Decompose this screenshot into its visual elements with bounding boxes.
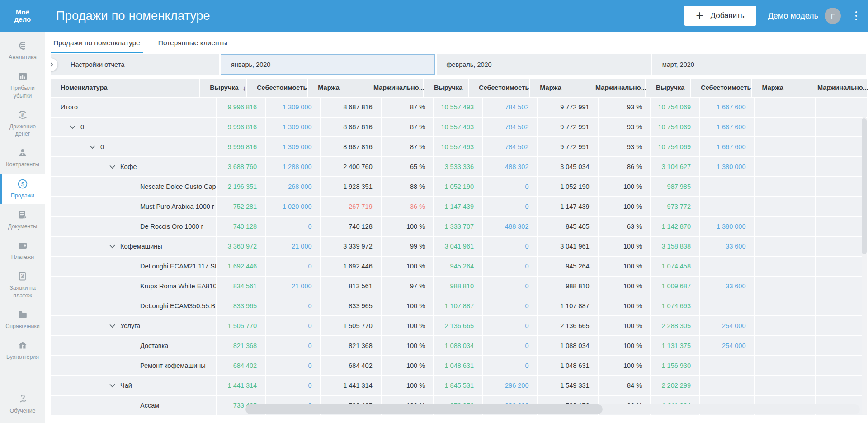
revenue-cell: 1 156 930 [651,356,700,375]
revenue-cell: 973 772 [651,197,700,216]
sidebar-item-label: Бухгалтерия [6,353,39,361]
table-row[interactable]: Кофе3 688 7601 288 0002 400 76065 %3 533… [51,157,868,176]
margin-cell [755,157,815,176]
chevron-down-icon[interactable] [109,324,115,328]
report-settings-row: Настройки отчетаянварь, 2020февраль, 202… [51,54,868,75]
margin-pct-cell [816,98,868,117]
chevron-down-icon[interactable] [70,125,75,129]
chevron-down-icon[interactable] [109,244,115,249]
margin-cell [755,177,815,196]
documents-icon [17,209,28,220]
column-header-cost-march-2020[interactable]: Себестоимость [691,79,752,97]
month-header-february-2020[interactable]: февраль, 2020 [437,54,651,75]
table-row[interactable]: Nescafe Dolce Gusto Cappuccino 8 по...2 … [51,177,868,196]
margin-cell: 821 368 [321,336,382,355]
column-header-margin-february-2020[interactable]: Маржа [530,79,585,97]
month-header-march-2020[interactable]: март, 2020 [652,54,866,75]
nomenclature-label: Must Puro Arabica 1000 г [140,203,214,210]
margin-cell: 1 928 351 [321,177,382,196]
column-header-margin-march-2020[interactable]: Маржа [752,79,807,97]
logo-line-1: Моё [0,9,45,16]
margin-pct-cell [816,316,868,335]
sidebar-item-accounting[interactable]: Бухгалтерия [0,335,45,366]
topbar-actions: + Добавить Демо модель Г [684,6,868,26]
sidebar-item-documents[interactable]: Документы [0,204,45,235]
column-header-margin-january-2020[interactable]: Маржа [308,79,363,97]
margin-cell [755,197,815,216]
revenue-cell: 752 281 [217,197,266,216]
sidebar-item-payments[interactable]: Платежи [0,235,45,266]
table-row[interactable]: Кофемашины3 360 97221 0003 339 97299 %3 … [51,237,868,256]
cost-cell: 784 502 [483,137,538,156]
month-header-january-2020[interactable]: январь, 2020 [221,54,435,75]
table-row[interactable]: Услуга1 505 77001 505 770100 %2 136 6650… [51,316,868,335]
revenue-cell: 3 360 972 [217,237,266,256]
margin-pct-cell: 100 % [382,356,434,375]
revenue-cell: 3 533 336 [434,157,483,176]
column-header-revenue-february-2020[interactable]: Выручка [424,79,469,97]
tab-lost-clients[interactable]: Потерянные клиенты [156,32,230,54]
table-row[interactable]: DeLonghi ECAM21.117.SB1 692 44601 692 44… [51,257,868,276]
column-header-cost-february-2020[interactable]: Себестоимость [469,79,530,97]
horizontal-scrollbar-thumb[interactable] [245,404,603,414]
column-header-revenue-january-2020[interactable]: Выручка↓ [200,79,247,97]
account-menu[interactable]: Демо модель Г [768,8,841,24]
chevron-down-icon[interactable] [109,165,115,169]
column-header-margin-pct-march-2020[interactable]: Маржинально... [807,79,868,97]
page-title: Продажи по номенклатуре [56,9,210,23]
table-row[interactable]: Доставка821 3680821 368100 %1 088 03401 … [51,336,868,355]
table-row[interactable]: Итого9 996 8161 309 0008 687 81687 %10 5… [51,98,868,117]
sidebar-item-analytics[interactable]: Аналитика [0,35,45,66]
margin-pct-cell: 100 % [599,336,651,355]
revenue-cell: 1 009 687 [651,277,700,296]
sidebar-item-sales[interactable]: $Продажи [0,174,45,204]
cost-cell [700,296,755,315]
moedelo-logo[interactable]: Моё дело [0,9,45,23]
column-header-margin-pct-january-2020[interactable]: Маржинально... [363,79,424,97]
cost-cell: 1 667 600 [700,118,755,136]
table-row[interactable]: DeLonghi ECAM350.55.B833 9650833 965100 … [51,296,868,315]
margin-cell: 833 965 [321,296,382,315]
sidebar-item-education[interactable]: Обучение [0,389,45,419]
revenue-cell: 1 074 693 [651,296,700,315]
sidebar-item-cashflow[interactable]: ₽Движение денег [0,104,45,143]
vertical-scrollbar-thumb[interactable] [862,118,867,254]
sidebar-item-label: Заявки на платеж [1,284,44,299]
sidebar-item-payment-requests[interactable]: SЗаявки на платеж [0,266,45,304]
revenue-cell: 2 196 351 [217,177,266,196]
column-header-cost-january-2020[interactable]: Себестоимость [247,79,308,97]
margin-pct-cell: 93 % [599,137,651,156]
sidebar-item-profit-loss[interactable]: Прибыли убытки [0,66,45,104]
chevron-down-icon[interactable] [90,145,95,149]
column-header-margin-pct-february-2020[interactable]: Маржинально... [585,79,646,97]
kebab-menu-icon[interactable] [853,9,860,23]
table-row[interactable]: Must Puro Arabica 1000 г752 2811 020 000… [51,197,868,216]
table-row[interactable]: Чай1 441 31401 441 314100 %1 845 531296 … [51,376,868,395]
column-header-nomenclature[interactable]: Номенклатура [51,79,200,97]
cost-cell: 0 [483,296,538,315]
margin-pct-cell: 99 % [382,237,434,256]
vertical-scrollbar[interactable] [862,117,867,415]
tab-sales-by-nomenclature[interactable]: Продажи по номенклатуре [51,32,143,54]
sidebar-item-contractors[interactable]: Контрагенты [0,142,45,173]
nomenclature-label: Кофемашины [120,243,162,250]
table-row[interactable]: Ремонт кофемашины684 4020684 402100 %1 0… [51,356,868,375]
nomenclature-cell: Must Puro Arabica 1000 г [51,197,217,216]
margin-pct-cell: 88 % [382,177,434,196]
column-header-revenue-march-2020[interactable]: Выручка [646,79,691,97]
chevron-down-icon[interactable] [109,384,115,388]
margin-pct-cell: 63 % [599,217,651,236]
margin-pct-cell [816,356,868,375]
horizontal-scrollbar[interactable] [245,404,860,414]
table-row[interactable]: 09 996 8161 309 0008 687 81687 %10 557 4… [51,118,868,136]
table-row[interactable]: De Roccis Oro 1000 г740 1280740 128100 %… [51,217,868,236]
revenue-cell: 10 754 069 [651,118,700,136]
avatar: Г [825,8,841,24]
table-row[interactable]: Krups Roma White EA810570834 56121 00081… [51,277,868,296]
add-button[interactable]: + Добавить [684,6,756,26]
payment-requests-icon: S [17,271,28,282]
sidebar-item-directories[interactable]: Справочники [0,304,45,335]
table-row[interactable]: 09 996 8161 309 0008 687 81687 %10 557 4… [51,137,868,156]
cost-cell: 0 [483,336,538,355]
revenue-cell: 10 557 493 [434,137,483,156]
